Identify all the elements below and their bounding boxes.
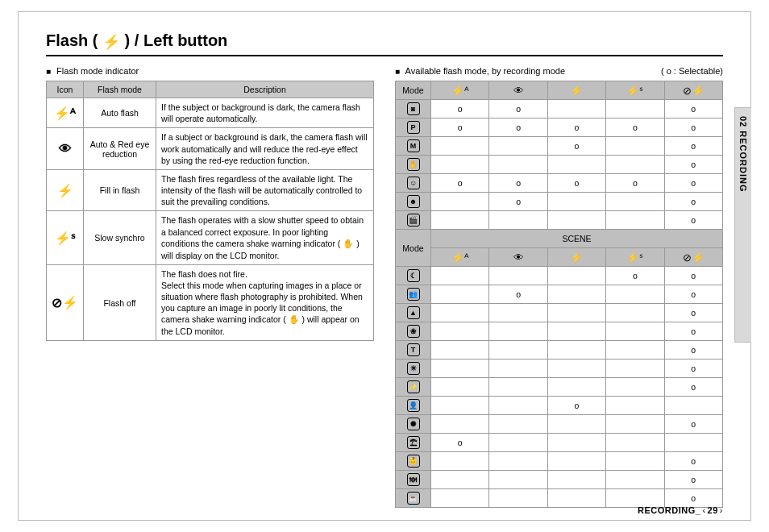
scene-label: SCENE xyxy=(431,230,723,248)
availability-cell: o xyxy=(431,118,489,137)
availability-cell xyxy=(431,285,489,304)
availability-cell xyxy=(431,341,489,360)
flash-mode-name: Auto flash xyxy=(84,98,156,128)
availability-cell xyxy=(606,397,664,415)
availability-cell xyxy=(606,285,664,304)
flash-mode-description: The flash operates with a slow shutter s… xyxy=(156,211,374,264)
table-row: ⚡ᴬAuto flashIf the subject or background… xyxy=(47,98,374,128)
table-header-row: Mode⚡ᴬ👁⚡⚡ˢ⊘⚡ xyxy=(396,81,723,100)
flash-column-icon: 👁 xyxy=(489,248,547,267)
table-row: ❀o xyxy=(396,322,723,341)
availability-cell: o xyxy=(664,174,722,193)
availability-cell xyxy=(547,211,605,230)
availability-cell xyxy=(489,489,547,508)
availability-cell xyxy=(489,267,547,285)
availability-cell: o xyxy=(664,415,722,434)
availability-cell xyxy=(606,100,664,118)
availability-cell xyxy=(489,397,547,415)
recording-mode-icon: ✺ xyxy=(396,415,431,434)
recording-mode-icon: ▲ xyxy=(396,304,431,322)
recording-mode-icon: ◙ xyxy=(396,100,431,118)
flash-column-icon: ⊘⚡ xyxy=(664,248,722,267)
availability-cell: o xyxy=(431,174,489,193)
availability-cell xyxy=(606,322,664,341)
availability-cell xyxy=(606,415,664,434)
availability-cell: o xyxy=(664,211,722,230)
availability-cell xyxy=(431,471,489,489)
flash-column-icon: ⚡ˢ xyxy=(606,248,664,267)
table-row: 👥oo xyxy=(396,285,723,304)
availability-cell: o xyxy=(664,341,722,360)
bullet-icon: ■ xyxy=(46,67,51,76)
availability-cell xyxy=(489,211,547,230)
left-column: ■ Flash mode indicator Icon Flash mode D… xyxy=(46,66,374,508)
availability-cell xyxy=(489,137,547,156)
availability-cell: o xyxy=(664,285,722,304)
flash-mode-name: Fill in flash xyxy=(84,169,156,211)
availability-cell: o xyxy=(489,100,547,118)
availability-cell: o xyxy=(547,137,605,156)
availability-cell xyxy=(547,489,605,508)
left-heading: ■ Flash mode indicator xyxy=(46,66,374,76)
table-row: ✺o xyxy=(396,415,723,434)
table-row: 👁Auto & Red eye reductionIf a subject or… xyxy=(47,128,374,170)
table-row: To xyxy=(396,341,723,360)
footer-label: RECORDING_ xyxy=(638,505,700,515)
availability-cell xyxy=(547,285,605,304)
table-row: 👶o xyxy=(396,452,723,471)
table-row: Pooooo xyxy=(396,118,723,137)
availability-cell: o xyxy=(489,118,547,137)
availability-cell: o xyxy=(606,267,664,285)
recording-mode-icon: ⛱ xyxy=(396,434,431,452)
flash-column-icon: 👁 xyxy=(489,81,547,100)
availability-cell: o xyxy=(664,100,722,118)
th-desc: Description xyxy=(156,81,374,98)
availability-cell xyxy=(431,489,489,508)
availability-cell xyxy=(489,360,547,378)
th-icon: Icon xyxy=(47,81,84,98)
table-row: ☻oo xyxy=(396,193,723,211)
availability-cell xyxy=(606,452,664,471)
availability-cell: o xyxy=(547,174,605,193)
availability-cell xyxy=(489,471,547,489)
availability-cell: o xyxy=(431,100,489,118)
left-heading-text: Flash mode indicator xyxy=(56,66,139,76)
recording-mode-icon: ❀ xyxy=(396,322,431,341)
flash-mode-description: If the subject or background is dark, th… xyxy=(156,98,374,128)
recording-mode-icon: M xyxy=(396,137,431,156)
table-row: ⚡Fill in flashThe flash fires regardless… xyxy=(47,169,374,211)
availability-cell xyxy=(606,137,664,156)
flash-mode-icon: ⚡ᴬ xyxy=(47,98,84,128)
availability-cell xyxy=(489,322,547,341)
chapter-tab-label: 02 RECORDING xyxy=(738,116,748,193)
flash-column-icon: ⚡ˢ xyxy=(606,81,664,100)
availability-cell: o xyxy=(431,434,489,452)
availability-cell: o xyxy=(489,174,547,193)
availability-cell xyxy=(431,322,489,341)
availability-cell: o xyxy=(606,174,664,193)
flash-mode-icon: ⚡ xyxy=(47,169,84,211)
availability-cell xyxy=(547,100,605,118)
availability-cell xyxy=(431,156,489,174)
flash-mode-icon: ⚡ˢ xyxy=(47,211,84,264)
availability-cell xyxy=(489,156,547,174)
page-title-row: Flash ( ⚡ ) / Left button xyxy=(46,31,723,56)
availability-cell: o xyxy=(664,267,722,285)
availability-cell xyxy=(547,341,605,360)
table-row: ⚡ˢSlow synchroThe flash operates with a … xyxy=(47,211,374,264)
recording-mode-icon: ✋ xyxy=(396,156,431,174)
availability-cell xyxy=(489,304,547,322)
availability-cell: o xyxy=(664,137,722,156)
recording-mode-icon: ☺ xyxy=(396,174,431,193)
availability-cell xyxy=(547,304,605,322)
table-row: 🍽o xyxy=(396,471,723,489)
availability-cell xyxy=(606,193,664,211)
recording-mode-icon: 🍽 xyxy=(396,471,431,489)
flash-mode-table: Icon Flash mode Description ⚡ᴬAuto flash… xyxy=(46,81,374,341)
availability-cell xyxy=(431,452,489,471)
availability-cell xyxy=(606,378,664,397)
flash-mode-icon: 👁 xyxy=(47,128,84,170)
flash-column-icon: ⚡ xyxy=(547,248,605,267)
availability-cell xyxy=(606,211,664,230)
availability-cell xyxy=(547,156,605,174)
